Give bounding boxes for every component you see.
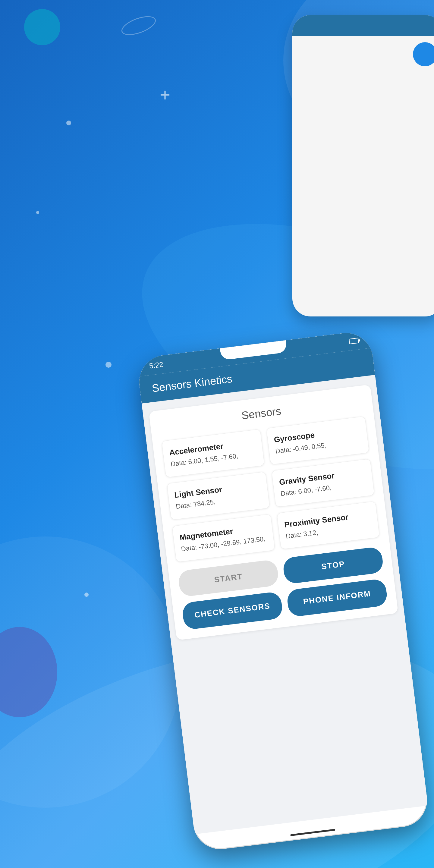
dot-decoration-3 — [105, 362, 112, 368]
oval-decoration — [119, 12, 158, 39]
app-title: Sensors Kinetics — [151, 373, 233, 395]
dot-decoration-4 — [84, 592, 89, 597]
status-time: 5:22 — [149, 360, 164, 370]
sensor-card-light: Light Sensor Data: 784.25, — [167, 471, 270, 520]
start-button[interactable]: START — [178, 559, 279, 598]
status-icons — [349, 338, 359, 344]
phone-bg-circle — [413, 42, 434, 66]
phone-background-frame — [292, 15, 434, 316]
cross-decoration: + — [160, 84, 170, 105]
check-sensors-button[interactable]: CHECK SENSORS — [181, 591, 283, 630]
sensor-card-gyroscope: Gyroscope Data: -0.49, 0.55, — [266, 416, 369, 465]
battery-icon — [349, 338, 359, 344]
sensors-grid: Accelerometer Data: 6.00, 1.55, -7.60, G… — [161, 416, 380, 562]
home-indicator — [290, 829, 336, 836]
content-card: Sensors Accelerometer Data: 6.00, 1.55, … — [149, 384, 398, 641]
sensor-card-proximity: Proximity Sensor Data: 3.12, — [277, 501, 380, 550]
dot-decoration-1 — [66, 121, 71, 125]
phone-bg-appbar — [292, 15, 434, 36]
sensor-card-accelerometer: Accelerometer Data: 6.00, 1.55, -7.60, — [161, 429, 265, 477]
dot-decoration-2 — [36, 211, 39, 214]
sensor-card-magnetometer: Magnetometer Data: -73.00, -29.69, 173.5… — [172, 514, 275, 562]
phone-info-button[interactable]: PHONE INFORM — [286, 578, 388, 617]
sensor-card-gravity: Gravity Sensor Data: 6.00, -7.60, — [271, 459, 374, 507]
stop-button[interactable]: STOP — [282, 547, 384, 585]
teal-circle-decoration — [24, 9, 60, 45]
